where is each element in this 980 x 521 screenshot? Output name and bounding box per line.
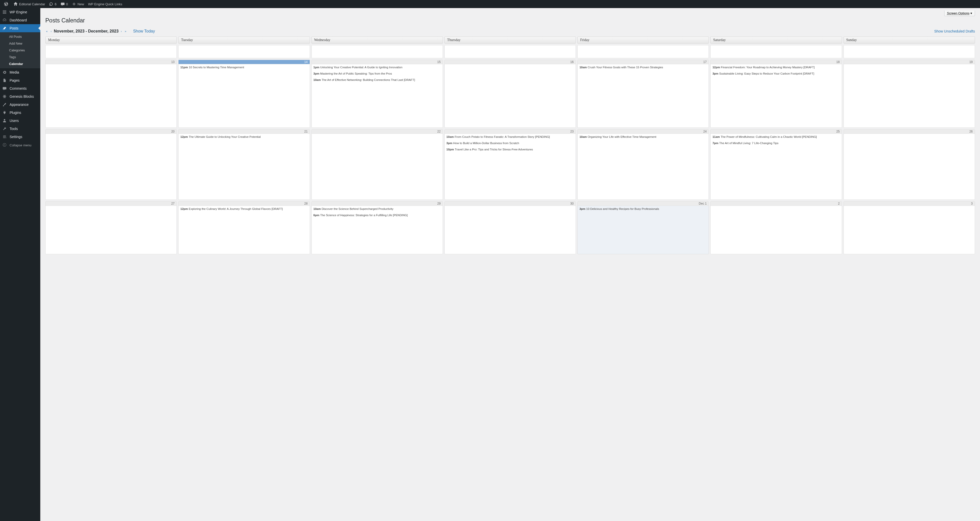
menu-users[interactable]: Users <box>0 117 40 125</box>
sub-add-new[interactable]: Add New <box>0 40 40 47</box>
sub-categories[interactable]: Categories <box>0 47 40 54</box>
nav-first[interactable]: « <box>45 30 48 33</box>
menu-comments[interactable]: Comments <box>0 84 40 92</box>
day-cell[interactable]: 2511am The Power of Mindfulness: Cultiva… <box>710 129 842 200</box>
calendar-grid: MondayTuesdayWednesdayThursdayFridaySatu… <box>45 37 975 254</box>
day-cell[interactable]: 1411pm 10 Secrets to Mastering Time Mana… <box>178 60 310 128</box>
day-cell[interactable]: 2 <box>710 201 842 254</box>
collapse-menu[interactable]: Collapse menu <box>0 141 40 150</box>
day-cell[interactable]: 27 <box>45 201 177 254</box>
nav-next[interactable]: › <box>120 30 123 33</box>
post-time: 3pm <box>579 207 586 210</box>
comments-link[interactable]: 0 <box>59 0 70 8</box>
new-link[interactable]: New <box>70 0 86 8</box>
calendar-post[interactable]: 3pm Mastering the Art of Public Speaking… <box>312 70 443 77</box>
week-row <box>45 45 975 58</box>
sliders-icon <box>3 135 8 139</box>
day-cell[interactable]: Dec 13pm 10 Delicious and Healthy Recipe… <box>578 201 709 254</box>
day-number: 20 <box>46 129 177 134</box>
day-cell[interactable]: 2410am Organizing Your Life with Effecti… <box>578 129 709 200</box>
updates-count: 6 <box>55 2 56 6</box>
menu-dashboard[interactable]: Dashboard <box>0 16 40 24</box>
day-cell[interactable]: 19 <box>843 60 975 128</box>
menu-pages[interactable]: Pages <box>0 76 40 84</box>
day-cell[interactable]: 3 <box>843 201 975 254</box>
calendar-post[interactable]: 10pm Travel Like a Pro: Tips and Tricks … <box>445 147 576 153</box>
menu-plugins[interactable]: Plugins <box>0 108 40 117</box>
weekday-header: Wednesday <box>312 37 443 44</box>
calendar-post[interactable]: 10am Crush Your Fitness Goals with These… <box>578 64 709 70</box>
post-time: 7pm <box>712 142 719 145</box>
sub-calendar[interactable]: Calendar <box>0 61 40 67</box>
nav-last[interactable]: » <box>124 30 127 33</box>
day-cell[interactable] <box>444 45 576 58</box>
calendar-post[interactable]: 12pm The Ultimate Guide to Unlocking You… <box>178 134 309 140</box>
day-cell[interactable] <box>710 45 842 58</box>
post-time: 11pm <box>180 66 189 69</box>
day-number: 23 <box>445 129 576 134</box>
screen-options-button[interactable]: Screen Options ▾ <box>944 11 975 16</box>
sub-tags[interactable]: Tags <box>0 54 40 61</box>
calendar-post[interactable]: 6pm The Science of Happiness: Strategies… <box>312 212 443 218</box>
menu-media[interactable]: Media <box>0 68 40 76</box>
menu-genesis[interactable]: Genesis Blocks <box>0 92 40 100</box>
calendar-post[interactable]: 3pm 10 Delicious and Healthy Recipes for… <box>578 206 709 212</box>
calendar-post[interactable]: 3pm How to Build a Million-Dollar Busine… <box>445 140 576 147</box>
weekday-header: Tuesday <box>178 37 310 44</box>
day-cell[interactable]: 16 <box>444 60 576 128</box>
day-cell[interactable]: 1710am Crush Your Fitness Goals with The… <box>578 60 709 128</box>
user-icon <box>3 119 8 123</box>
site-link[interactable]: Editorial Calendar <box>11 0 47 8</box>
calendar-post[interactable]: 11am The Power of Mindfulness: Cultivati… <box>711 134 842 140</box>
day-cell[interactable] <box>45 45 177 58</box>
calendar-post[interactable]: 10am Organizing Your Life with Effective… <box>578 134 709 140</box>
show-today-link[interactable]: Show Today <box>133 29 155 33</box>
calendar-post[interactable]: 12pm Exploring the Culinary World: A Jou… <box>178 206 309 212</box>
calendar-post[interactable]: 11pm 10 Secrets to Mastering Time Manage… <box>178 64 309 70</box>
day-cell[interactable]: 22 <box>312 129 443 200</box>
update-icon <box>49 2 53 6</box>
menu-appearance[interactable]: Appearance <box>0 100 40 108</box>
day-cell[interactable]: 2112pm The Ultimate Guide to Unlocking Y… <box>178 129 310 200</box>
day-cell[interactable]: 2812pm Exploring the Culinary World: A J… <box>178 201 310 254</box>
nav-prev[interactable]: ‹ <box>50 30 52 33</box>
day-cell[interactable]: 20 <box>45 129 177 200</box>
show-drafts-link[interactable]: Show Unscheduled Drafts <box>934 29 975 33</box>
menu-settings[interactable]: Settings <box>0 133 40 141</box>
wp-logo[interactable] <box>2 0 11 8</box>
day-number: 17 <box>578 60 709 64</box>
calendar-post[interactable]: 10am From Couch Potato to Fitness Fanati… <box>445 134 576 140</box>
admin-sidebar: WP Engine Dashboard Posts All Posts Add … <box>0 8 40 264</box>
quicklinks[interactable]: WP Engine Quick Links <box>86 0 124 8</box>
week-row: 202112pm The Ultimate Guide to Unlocking… <box>45 129 975 200</box>
menu-tools[interactable]: Tools <box>0 125 40 133</box>
menu-posts[interactable]: Posts <box>0 24 40 32</box>
calendar-post[interactable]: 10am The Art of Effective Networking: Bu… <box>312 77 443 83</box>
day-cell[interactable]: 2910am Discover the Science Behind Super… <box>312 201 443 254</box>
day-number: 13 <box>46 60 177 64</box>
sub-all-posts[interactable]: All Posts <box>0 33 40 40</box>
day-cell[interactable]: 30 <box>444 201 576 254</box>
post-time: 3pm <box>313 72 320 75</box>
calendar-post[interactable]: 1pm Unlocking Your Creative Potential: A… <box>312 64 443 70</box>
day-cell[interactable]: 151pm Unlocking Your Creative Potential:… <box>312 60 443 128</box>
weekday-header: Saturday <box>710 37 842 44</box>
day-cell[interactable] <box>843 45 975 58</box>
day-cell[interactable] <box>312 45 443 58</box>
day-cell[interactable]: 2310am From Couch Potato to Fitness Fana… <box>444 129 576 200</box>
wordpress-icon <box>4 2 8 6</box>
calendar-post[interactable]: 12pm Financial Freedom: Your Roadmap to … <box>711 64 842 70</box>
calendar-post[interactable]: 3pm Sustainable Living: Easy Steps to Re… <box>711 70 842 77</box>
calendar-post[interactable]: 10am Discover the Science Behind Superch… <box>312 206 443 212</box>
day-cell[interactable] <box>578 45 709 58</box>
day-cell[interactable] <box>178 45 310 58</box>
post-title: Organizing Your Life with Effective Time… <box>588 135 656 138</box>
submenu-posts: All Posts Add New Categories Tags Calend… <box>0 32 40 68</box>
calendar-post[interactable]: 7pm The Art of Mindful Living: 7 Life-Ch… <box>711 140 842 147</box>
page-icon <box>3 78 8 82</box>
day-cell[interactable]: 1812pm Financial Freedom: Your Roadmap t… <box>710 60 842 128</box>
day-cell[interactable]: 13 <box>45 60 177 128</box>
day-cell[interactable]: 26 <box>843 129 975 200</box>
menu-wp-engine[interactable]: WP Engine <box>0 8 40 16</box>
updates-link[interactable]: 6 <box>47 0 59 8</box>
